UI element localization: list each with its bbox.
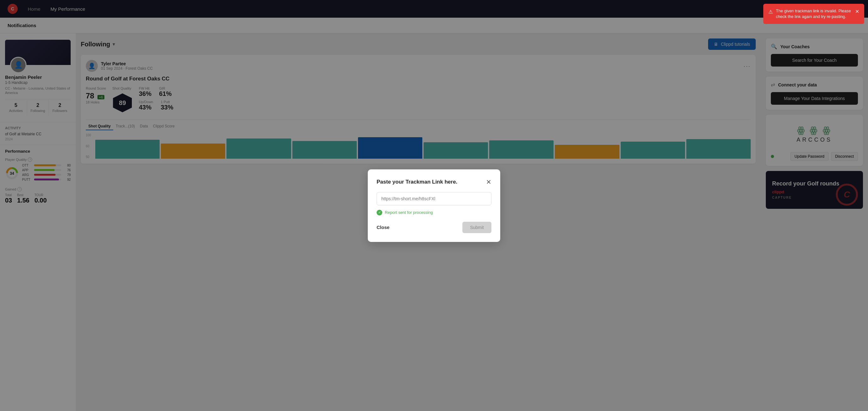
modal-overlay[interactable]: Paste your Trackman Link here. ✕ ✓ Repor… <box>0 0 868 411</box>
warning-icon: ⚠ <box>768 8 773 15</box>
success-check-icon: ✓ <box>377 210 382 215</box>
trackman-modal: Paste your Trackman Link here. ✕ ✓ Repor… <box>368 169 500 242</box>
modal-submit-button[interactable]: Submit <box>462 222 491 233</box>
success-text: Report sent for processing <box>385 210 433 215</box>
error-toast: ⚠ The given trackman link is invalid. Pl… <box>763 4 864 24</box>
modal-title: Paste your Trackman Link here. <box>377 179 457 185</box>
modal-close-x-button[interactable]: ✕ <box>486 178 491 186</box>
modal-header: Paste your Trackman Link here. ✕ <box>377 178 491 186</box>
trackman-link-input[interactable] <box>377 192 491 205</box>
error-toast-message: The given trackman link is invalid. Plea… <box>776 8 852 20</box>
modal-footer: Close Submit <box>377 222 491 233</box>
modal-success-message: ✓ Report sent for processing <box>377 210 491 215</box>
error-toast-close[interactable]: ✕ <box>855 8 859 15</box>
modal-close-button[interactable]: Close <box>377 225 390 230</box>
